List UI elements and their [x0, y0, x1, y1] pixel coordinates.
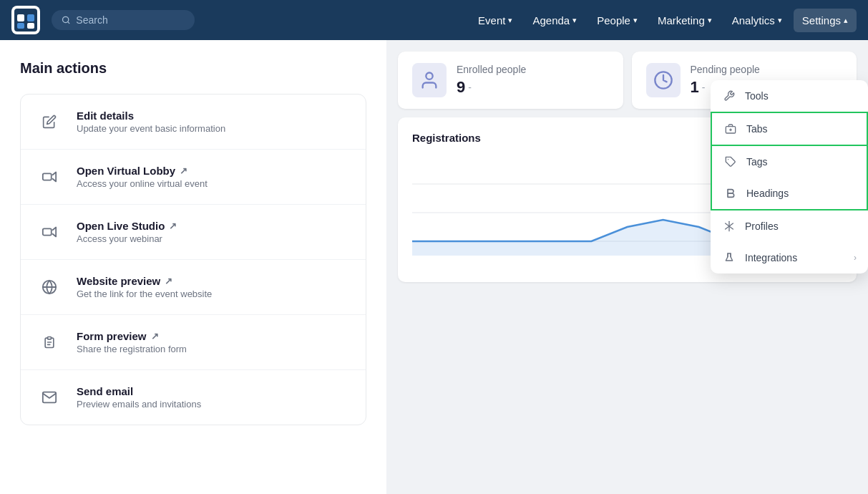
- svg-rect-1: [17, 14, 24, 21]
- send-email-subtitle: Preview emails and invitations: [77, 399, 351, 410]
- svg-rect-7: [43, 173, 52, 180]
- nav-event[interactable]: Event ▾: [469, 9, 521, 32]
- clipboard-icon: [35, 328, 64, 357]
- actions-card: Edit details Update your event basic inf…: [20, 94, 366, 425]
- flask-icon: [722, 251, 736, 265]
- svg-rect-11: [48, 337, 52, 339]
- chevron-up-icon: ▴: [844, 16, 848, 25]
- action-open-live-studio[interactable]: Open Live Studio ↗ Access your webinar: [21, 205, 366, 260]
- dropdown-item-tags[interactable]: Tags: [711, 146, 868, 178]
- tools-label: Tools: [745, 90, 857, 102]
- video-icon: [35, 163, 64, 191]
- tabs-icon: [723, 122, 738, 136]
- svg-line-6: [68, 21, 69, 23]
- bold-icon: [723, 186, 738, 200]
- action-send-email[interactable]: Send email Preview emails and invitation…: [21, 370, 366, 425]
- search-icon: [62, 15, 70, 25]
- chevron-down-icon: ▾: [778, 16, 782, 25]
- nav-agenda[interactable]: Agenda ▾: [524, 9, 585, 32]
- website-preview-subtitle: Get the link for the event website: [77, 289, 351, 299]
- pending-label: Pending people: [691, 64, 760, 75]
- main-content: Main actions Edit details Update your ev…: [0, 40, 868, 494]
- integrations-label: Integrations: [745, 252, 845, 263]
- svg-point-14: [426, 73, 432, 79]
- person-icon: [412, 63, 447, 97]
- svg-rect-2: [27, 14, 34, 21]
- tabs-label: Tabs: [746, 123, 855, 135]
- dropdown-item-headings[interactable]: Headings: [711, 178, 868, 210]
- action-form-preview[interactable]: Form preview ↗ Share the registration fo…: [21, 315, 366, 370]
- tags-label: Tags: [746, 156, 855, 168]
- chevron-down-icon: ▾: [572, 16, 577, 25]
- live-studio-title: Open Live Studio ↗: [77, 220, 351, 232]
- svg-rect-8: [43, 228, 52, 235]
- action-open-virtual-lobby[interactable]: Open Virtual Lobby ↗ Access your online …: [21, 150, 366, 205]
- external-link-icon: ↗: [169, 221, 177, 231]
- form-preview-subtitle: Share the registration form: [77, 344, 351, 354]
- send-email-title: Send email: [77, 385, 351, 397]
- main-actions-title: Main actions: [20, 60, 366, 77]
- chevron-down-icon: ▾: [708, 16, 712, 25]
- form-preview-title: Form preview ↗: [77, 330, 351, 342]
- headings-label: Headings: [746, 188, 855, 199]
- stat-enrolled[interactable]: Enrolled people 9 -: [398, 52, 623, 109]
- pencil-icon: [35, 107, 64, 136]
- nav-analytics[interactable]: Analytics ▾: [723, 9, 791, 32]
- nav-items: Event ▾ Agenda ▾ People ▾ Marketing ▾ An…: [469, 9, 857, 32]
- external-link-icon: ↗: [151, 331, 159, 342]
- envelope-icon: [35, 383, 64, 412]
- settings-dropdown: Tools Tabs: [711, 80, 868, 273]
- asterisk-icon: [722, 219, 736, 233]
- right-panel: Enrolled people 9 - Pending people: [386, 40, 868, 494]
- action-website-preview[interactable]: Website preview ↗ Get the link for the e…: [21, 260, 366, 315]
- header: Event ▾ Agenda ▾ People ▾ Marketing ▾ An…: [0, 0, 868, 40]
- website-preview-title: Website preview ↗: [77, 275, 351, 287]
- clock-icon: [646, 63, 681, 97]
- globe-icon: [35, 273, 64, 301]
- edit-details-subtitle: Update your event basic information: [77, 123, 351, 134]
- virtual-lobby-title: Open Virtual Lobby ↗: [77, 165, 351, 177]
- search-input[interactable]: [76, 14, 185, 26]
- tag-icon: [723, 155, 738, 169]
- enrolled-value: 9 -: [457, 78, 526, 97]
- edit-details-title: Edit details: [77, 110, 351, 122]
- svg-rect-4: [27, 23, 34, 29]
- nav-marketing[interactable]: Marketing ▾: [649, 9, 721, 32]
- video2-icon: [35, 218, 64, 246]
- dropdown-item-tabs[interactable]: Tabs: [711, 112, 868, 146]
- action-edit-details[interactable]: Edit details Update your event basic inf…: [21, 95, 366, 150]
- external-link-icon: ↗: [180, 165, 187, 176]
- left-panel: Main actions Edit details Update your ev…: [0, 40, 386, 494]
- nav-settings[interactable]: Settings ▴: [794, 9, 857, 32]
- chevron-right-icon: ›: [854, 253, 857, 263]
- nav-people[interactable]: People ▾: [588, 9, 646, 32]
- search-box[interactable]: [52, 10, 195, 30]
- external-link-icon: ↗: [165, 276, 172, 286]
- chevron-down-icon: ▾: [508, 16, 512, 25]
- svg-rect-3: [17, 23, 24, 29]
- wrench-icon: [722, 89, 736, 103]
- enrolled-label: Enrolled people: [457, 64, 526, 75]
- dropdown-item-tools[interactable]: Tools: [711, 80, 868, 112]
- logo[interactable]: [11, 6, 40, 34]
- profiles-label: Profiles: [745, 221, 857, 232]
- chevron-down-icon: ▾: [633, 16, 638, 25]
- dropdown-item-integrations[interactable]: Integrations ›: [711, 242, 868, 273]
- dropdown-item-profiles[interactable]: Profiles: [711, 210, 868, 242]
- live-studio-subtitle: Access your webinar: [77, 233, 351, 244]
- virtual-lobby-subtitle: Access your online virtual event: [77, 178, 351, 189]
